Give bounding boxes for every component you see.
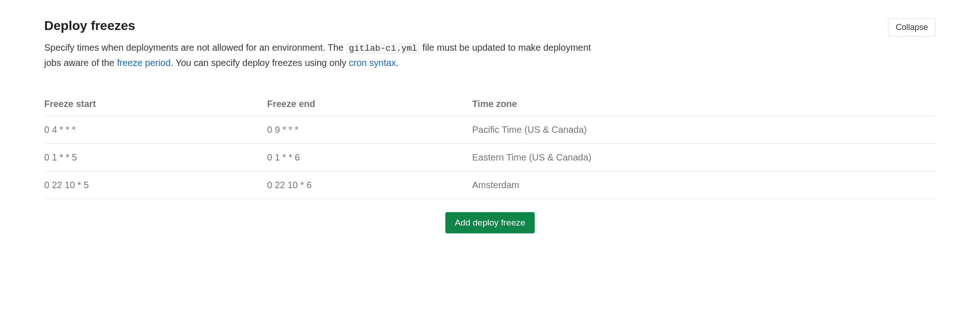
cell-freeze-end: 0 22 10 * 6	[267, 172, 472, 199]
table-row: 0 22 10 * 5 0 22 10 * 6 Amsterdam	[44, 172, 936, 199]
table-row: 0 4 * * * 0 9 * * * Pacific Time (US & C…	[44, 116, 936, 144]
collapse-button[interactable]: Collapse	[888, 18, 936, 36]
section-title: Deploy freezes	[44, 18, 135, 33]
add-deploy-freeze-button[interactable]: Add deploy freeze	[445, 212, 534, 233]
col-header-end: Freeze end	[267, 92, 472, 116]
deploy-freezes-table: Freeze start Freeze end Time zone 0 4 * …	[44, 92, 936, 199]
freeze-period-link[interactable]: freeze period	[117, 58, 171, 68]
cell-freeze-start: 0 22 10 * 5	[44, 172, 267, 199]
col-header-tz: Time zone	[472, 92, 936, 116]
desc-text-4: .	[396, 58, 399, 68]
cell-freeze-end: 0 9 * * *	[267, 116, 472, 144]
cell-freeze-start: 0 1 * * 5	[44, 144, 267, 172]
config-filename-code: gitlab-ci.yml	[346, 42, 420, 54]
table-row: 0 1 * * 5 0 1 * * 6 Eastern Time (US & C…	[44, 144, 936, 172]
cell-freeze-end: 0 1 * * 6	[267, 144, 472, 172]
cell-timezone: Amsterdam	[472, 172, 936, 199]
section-description: Specify times when deployments are not a…	[44, 40, 597, 70]
col-header-start: Freeze start	[44, 92, 267, 116]
cell-timezone: Pacific Time (US & Canada)	[472, 116, 936, 144]
desc-text-3: . You can specify deploy freezes using o…	[171, 58, 349, 68]
cell-timezone: Eastern Time (US & Canada)	[472, 144, 936, 172]
cell-freeze-start: 0 4 * * *	[44, 116, 267, 144]
desc-text-1: Specify times when deployments are not a…	[44, 42, 346, 53]
cron-syntax-link[interactable]: cron syntax	[349, 58, 396, 68]
